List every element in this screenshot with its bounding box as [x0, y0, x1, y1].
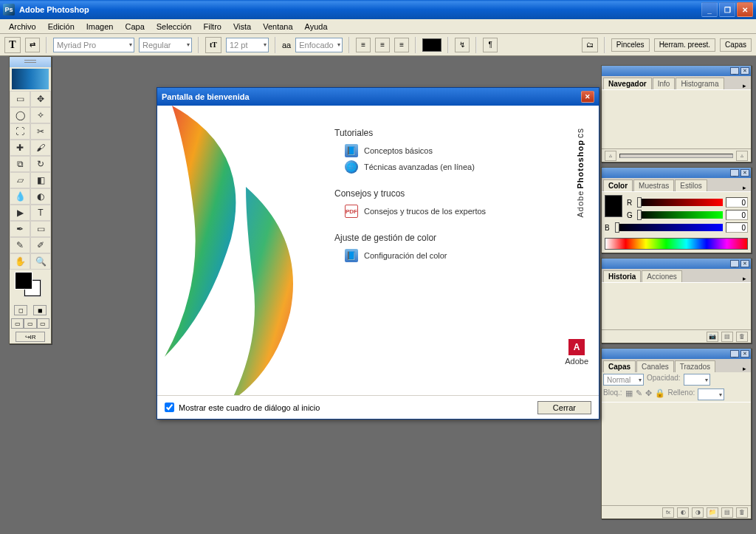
tab-trazados[interactable]: Trazados [675, 360, 715, 372]
snapshot-icon[interactable]: 📷 [707, 332, 718, 342]
type-tool-icon[interactable]: T [4, 37, 21, 53]
screen-full-icon[interactable]: ▭ [37, 318, 49, 329]
menu-filtro[interactable]: Filtro [197, 21, 227, 32]
tab-histograma[interactable]: Histograma [676, 78, 724, 89]
r-value[interactable] [726, 197, 748, 208]
marquee-tool-icon[interactable]: ▭ [10, 91, 30, 107]
opacity-field[interactable] [684, 374, 710, 386]
trash-icon[interactable]: 🗑 [736, 332, 748, 342]
zoom-in-icon[interactable]: ▵ [736, 151, 748, 161]
brush-tool-icon[interactable]: 🖌 [30, 140, 51, 156]
crop-tool-icon[interactable]: ⛶ [10, 123, 30, 140]
panel-menu-icon[interactable]: ▸ [740, 365, 749, 372]
tab-navegador[interactable]: Navegador [603, 78, 652, 89]
tab-canales[interactable]: Canales [636, 360, 674, 372]
menu-capa[interactable]: Capa [119, 21, 150, 32]
eyedropper-tool-icon[interactable]: ✐ [30, 237, 51, 253]
r-slider[interactable] [637, 199, 723, 206]
font-size-dropdown[interactable]: 12 pt [226, 38, 269, 52]
menu-archivo[interactable]: Archivo [3, 21, 42, 32]
tab-estilos[interactable]: Estilos [675, 179, 707, 191]
mask-icon[interactable]: ◐ [677, 507, 689, 518]
align-left-icon[interactable]: ≡ [356, 38, 371, 52]
jump-to-imageready-icon[interactable]: ↪IR [16, 332, 45, 342]
panel-min-icon[interactable]: _ [730, 67, 739, 75]
tab-historia[interactable]: Historia [603, 270, 641, 282]
lock-trans-icon[interactable]: ▦ [625, 388, 633, 400]
new-layer-icon[interactable]: ▤ [721, 507, 733, 518]
font-family-dropdown[interactable]: Myriad Pro [53, 38, 134, 52]
color-preview-swatch[interactable] [605, 195, 622, 217]
menu-vista[interactable]: Vista [227, 21, 257, 32]
align-center-icon[interactable]: ≡ [375, 38, 390, 52]
link-consejos-expertos[interactable]: PDF Consejos y trucos de los expertos [345, 205, 591, 218]
menu-edicion[interactable]: Edición [42, 21, 80, 32]
dialog-close-icon[interactable]: ✕ [581, 91, 594, 103]
history-brush-icon[interactable]: ↻ [30, 156, 51, 172]
blend-mode-dropdown[interactable]: Normal [603, 374, 644, 386]
lock-all-icon[interactable]: 🔒 [655, 388, 665, 400]
foreground-color-swatch[interactable] [16, 273, 32, 289]
menu-ayuda[interactable]: Ayuda [299, 21, 334, 32]
panel-close-icon[interactable]: ✕ [740, 169, 749, 177]
lock-paint-icon[interactable]: ✎ [636, 388, 642, 400]
dodge-tool-icon[interactable]: ◐ [30, 188, 51, 205]
eraser-tool-icon[interactable]: ▱ [10, 172, 30, 188]
zoom-slider[interactable] [619, 154, 733, 158]
panel-min-icon[interactable]: _ [730, 169, 739, 177]
menu-seleccion[interactable]: Selección [151, 21, 198, 32]
panel-min-icon[interactable]: _ [730, 260, 739, 267]
healing-tool-icon[interactable]: ✚ [10, 140, 30, 156]
character-panel-icon[interactable]: ¶ [483, 38, 498, 52]
fill-field[interactable] [698, 388, 724, 400]
shape-tool-icon[interactable]: ▭ [30, 221, 51, 237]
wand-tool-icon[interactable]: ✧ [30, 107, 51, 123]
menu-ventana[interactable]: Ventana [257, 21, 298, 32]
panel-close-icon[interactable]: ✕ [740, 350, 749, 357]
quickmask-on-icon[interactable]: ◼ [33, 305, 47, 315]
show-at-start-checkbox[interactable] [165, 403, 174, 412]
g-slider[interactable] [637, 211, 723, 219]
close-button[interactable]: Cerrar [537, 401, 591, 414]
filebrowser-icon[interactable]: 🗂 [582, 38, 598, 52]
pen-tool-icon[interactable]: ✒ [10, 221, 30, 237]
hand-tool-icon[interactable]: ✋ [10, 253, 30, 270]
quickmask-off-icon[interactable]: ◻ [14, 305, 27, 315]
screen-standard-icon[interactable]: ▭ [11, 318, 24, 329]
maximize-button[interactable]: ❐ [719, 2, 735, 17]
slice-tool-icon[interactable]: ✂ [30, 123, 51, 140]
antialias-dropdown[interactable]: Enfocado [295, 38, 343, 52]
panel-close-icon[interactable]: ✕ [740, 67, 749, 75]
warp-text-icon[interactable]: ↯ [455, 38, 470, 52]
orientation-toggle[interactable]: ⇄ [25, 38, 40, 52]
zoom-tool-icon[interactable]: 🔍 [30, 253, 51, 270]
zoom-out-icon[interactable]: ▵ [605, 151, 616, 161]
tab-color[interactable]: Color [603, 179, 633, 191]
notes-tool-icon[interactable]: ✎ [10, 237, 30, 253]
folder-icon[interactable]: 📁 [707, 507, 718, 518]
stamp-tool-icon[interactable]: ⧉ [10, 156, 30, 172]
lock-move-icon[interactable]: ✥ [645, 388, 652, 400]
text-color-swatch[interactable] [422, 38, 441, 52]
panel-min-icon[interactable]: _ [730, 350, 739, 357]
tab-acciones[interactable]: Acciones [642, 270, 682, 282]
adjustment-icon[interactable]: ◑ [692, 507, 704, 518]
dock-tab-pinceles[interactable]: Pinceles [611, 38, 650, 52]
gradient-tool-icon[interactable]: ◧ [30, 172, 51, 188]
tab-capas[interactable]: Capas [603, 360, 636, 372]
spectrum-ramp[interactable] [605, 238, 748, 250]
link-config-color[interactable]: 📘 Configuración del color [345, 249, 591, 262]
panel-menu-icon[interactable]: ▸ [740, 184, 749, 191]
link-tecnicas-avanzadas[interactable]: 🌐 Técnicas avanzadas (en línea) [345, 160, 591, 174]
b-slider[interactable] [615, 224, 723, 231]
b-value[interactable] [726, 222, 748, 233]
panel-close-icon[interactable]: ✕ [740, 260, 749, 267]
close-window-button[interactable]: ✕ [737, 2, 753, 17]
minimize-button[interactable]: _ [701, 2, 718, 17]
align-right-icon[interactable]: ≡ [394, 38, 409, 52]
fx-icon[interactable]: fx [662, 507, 674, 518]
type-tool-toolbox-icon[interactable]: T [30, 205, 51, 221]
menu-imagen[interactable]: Imagen [80, 21, 120, 32]
move-tool-icon[interactable]: ✥ [30, 91, 51, 107]
path-select-icon[interactable]: ▶ [10, 205, 30, 221]
